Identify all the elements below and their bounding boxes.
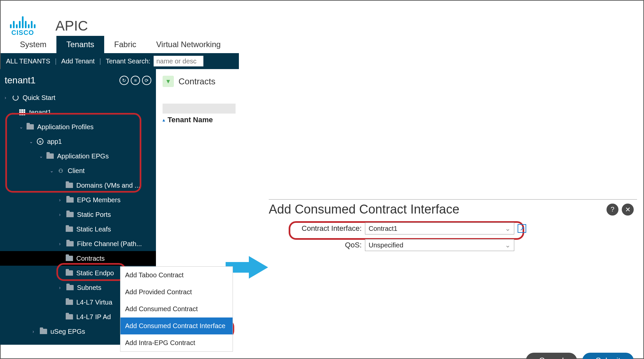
close-button[interactable]: ✕	[622, 204, 634, 216]
tree-contracts[interactable]: Contracts	[0, 251, 156, 266]
tree-domains[interactable]: Domains (VMs and ...	[0, 178, 156, 193]
folder-icon	[27, 124, 34, 130]
folder-icon	[66, 197, 74, 203]
tree-app-epgs[interactable]: ⌄Application EPGs	[0, 149, 156, 163]
cancel-button[interactable]: Cancel	[526, 353, 577, 359]
filter-icon[interactable]: ≡	[131, 76, 140, 85]
menu-add-consumed-contract[interactable]: Add Consumed Contract	[120, 301, 233, 317]
context-menu: Add Taboo Contract Add Provided Contract…	[120, 266, 233, 352]
tree-app1[interactable]: ⌄⊕app1	[0, 134, 156, 149]
open-external-icon[interactable]: ↗	[518, 224, 526, 233]
tree-tenant1[interactable]: ⌄tenant1	[0, 105, 156, 120]
app-icon: ⊕	[37, 138, 43, 145]
menu-add-intra-epg-contract[interactable]: Add Intra-EPG Contract	[120, 334, 233, 351]
chevron-down-icon: ⌄	[505, 224, 511, 232]
quick-start-icon	[13, 95, 19, 101]
folder-icon	[40, 329, 47, 334]
folder-icon	[66, 212, 74, 217]
folder-icon	[66, 256, 73, 261]
folder-icon	[66, 300, 73, 305]
help-button[interactable]: ?	[607, 204, 618, 216]
tree-app-profiles[interactable]: ⌄Application Profiles	[0, 120, 156, 134]
tree-quick-start[interactable]: ›Quick Start	[0, 90, 156, 105]
folder-icon	[66, 314, 73, 319]
tree-static-leafs[interactable]: Static Leafs	[0, 222, 156, 236]
folder-icon	[46, 153, 54, 159]
folder-icon	[66, 285, 74, 290]
contract-interface-select[interactable]: Contract1 ⌄	[365, 223, 514, 234]
contract-interface-label: Contract Interface:	[269, 224, 362, 233]
dialog-add-consumed-contract-interface: Add Consumed Contract Interface ? ✕ Cont…	[269, 199, 637, 256]
tree-fibre-channel[interactable]: ›Fibre Channel (Path...	[0, 236, 156, 251]
tree-client[interactable]: ⌄⚇Client	[0, 163, 156, 178]
folder-icon	[66, 226, 73, 232]
menu-add-provided-contract[interactable]: Add Provided Contract	[120, 284, 233, 301]
qos-label: QoS:	[269, 241, 362, 249]
epg-icon: ⚇	[57, 168, 64, 174]
folder-icon	[66, 183, 73, 188]
submit-button[interactable]: Submit	[582, 353, 634, 359]
folder-icon	[66, 270, 73, 276]
qos-select[interactable]: Unspecified ⌄	[365, 239, 514, 251]
compass-icon[interactable]: ↻	[119, 76, 129, 85]
menu-add-taboo-contract[interactable]: Add Taboo Contract	[120, 267, 233, 284]
refresh-icon[interactable]: ⟳	[142, 76, 151, 85]
folder-icon	[66, 241, 74, 246]
tenant-title: tenant1	[5, 75, 36, 86]
dialog-title: Add Consumed Contract Interface	[269, 202, 460, 217]
menu-add-consumed-contract-interface[interactable]: Add Consumed Contract Interface	[120, 317, 233, 334]
tree-static-ports[interactable]: ›Static Ports	[0, 207, 156, 222]
tenant-icon	[19, 109, 25, 115]
tree-epg-members[interactable]: ›EPG Members	[0, 193, 156, 207]
chevron-down-icon: ⌄	[505, 241, 511, 249]
